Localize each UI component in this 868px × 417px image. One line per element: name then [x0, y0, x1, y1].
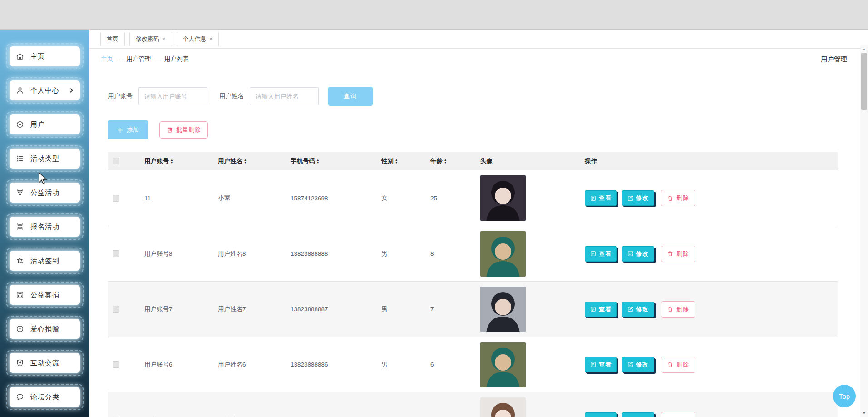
column-header-label: 操作 [585, 157, 597, 165]
edit-button[interactable]: 修改 [622, 412, 654, 417]
plus-icon [117, 127, 123, 133]
tab[interactable]: 首页 [100, 32, 125, 46]
edit-button[interactable]: 修改 [622, 190, 654, 206]
column-header-label: 头像 [480, 157, 493, 165]
sidebar-item-circle-dot[interactable]: 爱心捐赠 [6, 316, 84, 342]
row-checkbox[interactable] [113, 195, 119, 202]
cell-name: 用户姓名7 [218, 305, 291, 313]
delete-button-label: 删除 [676, 194, 689, 202]
cell-age: 8 [430, 250, 480, 257]
sidebar-item-label: 爱心捐赠 [30, 325, 59, 333]
account-label: 用户账号 [108, 92, 133, 100]
sidebar-item-chart-box[interactable]: 公益募捐 [6, 282, 84, 308]
delete-button-label: 删除 [676, 305, 689, 313]
cell-phone: 13823888887 [291, 306, 381, 313]
view-button[interactable]: 查看 [585, 412, 617, 417]
view-button[interactable]: 查看 [585, 302, 617, 317]
tab-close-icon[interactable]: × [209, 36, 213, 42]
sidebar-item-person[interactable]: 个人中心 [6, 77, 84, 104]
view-button[interactable]: 查看 [585, 246, 617, 262]
tab[interactable]: 个人信息 × [177, 32, 219, 46]
flower-icon [16, 189, 24, 197]
cell-gender: 女 [381, 194, 430, 202]
sort-icon[interactable]: ▲▼ [395, 159, 398, 164]
scroll-up-button[interactable]: ▲ [860, 45, 868, 53]
cell-name: 用户姓名6 [218, 361, 291, 369]
shield-bolt-icon [16, 359, 24, 367]
delete-button[interactable]: 删除 [661, 301, 695, 318]
sidebar-item-shield-bolt[interactable]: 互动交流 [6, 350, 84, 376]
breadcrumb-item: 用户列表 [164, 55, 189, 63]
table-row: 11 小家 15874123698 女 25 查看 修改 [108, 170, 838, 226]
cell-account: 11 [144, 195, 218, 202]
sidebar-item-compress-arrows[interactable]: 报名活动 [6, 213, 84, 240]
view-button[interactable]: 查看 [585, 357, 617, 372]
tab[interactable]: 修改密码 × [129, 32, 172, 46]
circle-dot-icon [16, 325, 24, 333]
sidebar-item-label: 公益活动 [30, 189, 59, 197]
account-input[interactable] [138, 87, 207, 105]
sort-icon[interactable]: ▲▼ [170, 159, 173, 164]
select-all-checkbox[interactable] [113, 158, 119, 164]
table-row: 用户账号5 用户姓名5 13823888885 男 5 查看 修改 [108, 392, 838, 417]
view-button[interactable]: 查看 [585, 190, 617, 206]
breadcrumb-item[interactable]: 主页 [101, 55, 113, 63]
row-checkbox[interactable] [113, 306, 119, 313]
batch-delete-label: 批量删除 [176, 126, 201, 134]
cell-account: 用户账号8 [144, 250, 218, 258]
cell-phone: 13823888886 [291, 361, 381, 368]
sort-icon[interactable]: ▲▼ [444, 159, 447, 164]
add-button[interactable]: 添加 [108, 120, 148, 139]
sidebar-item-label: 活动签到 [30, 257, 59, 265]
delete-button[interactable]: 删除 [661, 357, 695, 373]
brown-hair-woman-photo [480, 397, 526, 417]
cell-gender: 男 [381, 361, 430, 369]
query-button[interactable]: 查询 [328, 87, 373, 106]
sidebar-item-home[interactable]: 主页 [6, 43, 84, 70]
compress-arrows-icon [16, 223, 24, 231]
scroll-down-button[interactable]: ▼ [860, 409, 868, 417]
breadcrumb-row: 主页—用户管理—用户列表 用户管理 [89, 49, 868, 70]
sort-icon[interactable]: ▲▼ [316, 159, 319, 164]
edit-button-label: 修改 [636, 194, 649, 202]
tab-label: 首页 [107, 35, 118, 43]
edit-icon [627, 195, 633, 201]
sort-icon[interactable]: ▲▼ [244, 159, 247, 164]
trash-icon [667, 306, 673, 312]
tab-close-icon[interactable]: × [162, 36, 166, 42]
tab-bar: 首页 修改密码 × 个人信息 × [89, 30, 868, 49]
dark-hair-man-hoodie-photo [480, 287, 526, 332]
edit-button[interactable]: 修改 [622, 302, 654, 317]
edit-button[interactable]: 修改 [622, 246, 654, 262]
delete-button[interactable]: 删除 [661, 190, 695, 206]
user-table: 用户账号 ▲▼ 用户姓名 ▲▼ 手机号码 ▲▼ 性别 ▲▼ 年龄 ▲▼ 头像 操… [108, 152, 838, 417]
sidebar-item-flower[interactable]: 公益活动 [6, 179, 84, 206]
sidebar-item-star-plus[interactable]: 活动签到 [6, 248, 84, 274]
cell-account: 用户账号7 [144, 305, 218, 313]
sidebar-item-chat-dots[interactable]: 论坛分类 [6, 384, 84, 410]
column-header: 性别 ▲▼ [381, 157, 430, 165]
edit-button-label: 修改 [636, 250, 649, 258]
cell-name: 用户姓名8 [218, 250, 291, 258]
edit-icon [627, 251, 633, 257]
scrollbar-thumb[interactable] [861, 53, 867, 110]
delete-button[interactable]: 删除 [661, 246, 695, 262]
toolbar: 添加 批量删除 [108, 120, 845, 139]
row-checkbox[interactable] [113, 361, 119, 368]
back-to-top-button[interactable]: Top [833, 385, 856, 407]
trash-icon [667, 195, 673, 201]
edit-button-label: 修改 [636, 361, 649, 369]
delete-button[interactable]: 删除 [661, 412, 695, 417]
cell-gender: 男 [381, 250, 430, 258]
batch-delete-button[interactable]: 批量删除 [159, 121, 208, 139]
column-header-label: 年龄 [430, 157, 443, 165]
row-checkbox[interactable] [113, 250, 119, 257]
vertical-scrollbar[interactable]: ▲ ▼ [860, 45, 868, 417]
edit-button[interactable]: 修改 [622, 357, 654, 372]
search-form: 用户账号 用户姓名 查询 [108, 87, 845, 106]
sidebar-item-list[interactable]: 活动类型 [6, 145, 84, 172]
name-input[interactable] [250, 87, 319, 105]
sidebar-item-circle-chevron[interactable]: 用户 [6, 111, 84, 138]
top-gray-strip [0, 0, 868, 30]
chevron-right-icon [68, 87, 74, 94]
